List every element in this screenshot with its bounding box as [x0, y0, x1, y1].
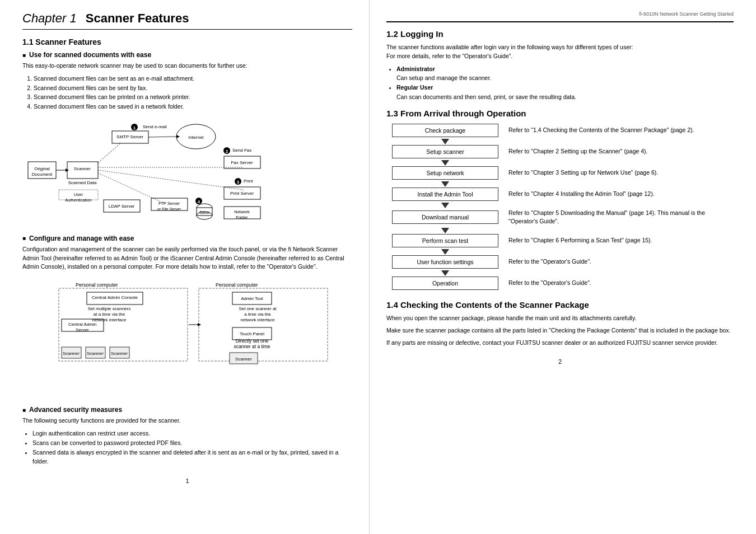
- svg-line-12: [98, 143, 120, 163]
- flow-item-row: Download manualRefer to "Chapter 5 Downl…: [392, 209, 716, 227]
- admin-desc: Can setup and manage the scanner.: [396, 74, 491, 81]
- subsection1-title: Use for scanned documents with ease: [22, 51, 352, 59]
- flow-description: Refer to "Chapter 5 Downloading the Manu…: [508, 209, 716, 227]
- svg-text:Folder: Folder: [236, 215, 248, 220]
- svg-text:Directly set one: Directly set one: [235, 338, 268, 344]
- flow-item-row: Check packageRefer to "1.4 Checking the …: [392, 124, 694, 137]
- flow-box: Setup scanner: [392, 145, 498, 158]
- svg-text:Scanner: Scanner: [235, 357, 252, 362]
- right-page-number: 2: [386, 358, 734, 365]
- chapter-label: Chapter 1: [22, 11, 77, 25]
- svg-text:network interface: network interface: [240, 317, 274, 322]
- svg-text:or File Server: or File Server: [157, 207, 181, 211]
- section-1-4-title: 1.4 Checking the Contents of the Scanner…: [386, 300, 734, 310]
- list-item: Scanned data is always encrypted in the …: [32, 448, 352, 467]
- flow-box: Perform scan test: [392, 234, 498, 247]
- svg-text:Personal computer: Personal computer: [76, 282, 118, 288]
- admin-diagram: Personal computer Central Admin Console …: [22, 277, 352, 400]
- section-1-4: 1.4 Checking the Contents of the Scanner…: [386, 300, 734, 347]
- svg-line-46: [98, 173, 165, 204]
- section-1-4-para-1: Make sure the scanner package contains a…: [386, 326, 734, 335]
- list-item: Login authentication can restrict user a…: [32, 429, 352, 438]
- svg-rect-64: [199, 288, 328, 361]
- list-item: Scanned document files can be sent as an…: [34, 74, 352, 83]
- flow-description: Refer to "Chapter 2 Setting up the Scann…: [508, 147, 648, 156]
- svg-text:Send e-mail: Send e-mail: [143, 124, 167, 129]
- section-1-3-title: 1.3 From Arrival through Operation: [386, 109, 734, 118]
- list-item: AdministratorCan setup and manage the sc…: [396, 64, 734, 83]
- subsection2-title: Configure and manage with ease: [22, 235, 352, 242]
- svg-text:LDAP Server: LDAP Server: [108, 204, 134, 209]
- left-page-number: 1: [22, 477, 352, 484]
- flow-item-row: Setup networkRefer to "Chapter 3 Setting…: [392, 166, 658, 180]
- svg-text:Send Fax: Send Fax: [232, 148, 251, 153]
- flow-description: Refer to "Chapter 4 Installing the Admin…: [508, 190, 655, 199]
- list-item: Scanned document files can be printed on…: [34, 92, 352, 102]
- chapter-title: Chapter 1 Scanner Features: [22, 11, 352, 30]
- svg-text:Set one scanner at: Set one scanner at: [239, 306, 277, 311]
- svg-text:Central Admin: Central Admin: [68, 322, 96, 327]
- svg-text:Touch Panel: Touch Panel: [239, 331, 264, 336]
- right-page-header: fi-6010N Network Scanner Getting Started: [386, 11, 734, 17]
- flowchart: Check packageRefer to "1.4 Checking the …: [392, 124, 734, 292]
- svg-text:User: User: [74, 192, 83, 197]
- svg-text:Internet: Internet: [188, 135, 204, 140]
- svg-text:1: 1: [133, 125, 136, 130]
- user-desc: Can scan documents and then send, print,…: [396, 93, 576, 100]
- svg-text:scanner at a time: scanner at a time: [234, 344, 270, 349]
- flow-arrow: [392, 270, 498, 276]
- svg-text:Print: Print: [244, 179, 253, 184]
- svg-text:Personal computer: Personal computer: [216, 282, 258, 288]
- svg-text:SMTP Server: SMTP Server: [116, 134, 143, 139]
- flow-arrow: [392, 181, 498, 187]
- top-divider: [386, 21, 734, 22]
- svg-text:FTP Server: FTP Server: [158, 201, 180, 206]
- flow-item-row: Setup scannerRefer to "Chapter 2 Setting…: [392, 145, 648, 158]
- flow-description: Refer to the "Operator's Guide".: [508, 257, 591, 266]
- list-item: Scanned document files can be sent by fa…: [34, 83, 352, 93]
- svg-text:Central Admin Console: Central Admin Console: [92, 295, 138, 300]
- chapter-title-text: Scanner Features: [86, 11, 189, 25]
- flow-box: Setup network: [392, 166, 498, 180]
- list-item: Scanned document files can be saved in a…: [34, 102, 352, 111]
- flow-arrow: [392, 228, 498, 233]
- security-list: Login authentication can restrict user a…: [32, 429, 352, 466]
- svg-text:network interface: network interface: [92, 317, 126, 322]
- svg-text:Scanner: Scanner: [63, 351, 80, 356]
- subsection2-text: Configuration and management of the scan…: [22, 245, 352, 271]
- svg-text:3: 3: [236, 180, 239, 185]
- svg-line-18: [148, 137, 176, 137]
- flow-item-row: User function settingsRefer to the "Oper…: [392, 255, 591, 269]
- section-1-2-text: The scanner functions available after lo…: [386, 43, 734, 61]
- svg-text:Scanned Data: Scanned Data: [68, 180, 96, 185]
- svg-text:Print Server: Print Server: [230, 191, 254, 196]
- flow-box: Operation: [392, 277, 498, 290]
- section-1-4-para-0: When you open the scanner package, pleas…: [386, 314, 734, 323]
- svg-text:Network: Network: [234, 209, 250, 214]
- subsection1-intro: This easy-to-operate network scanner may…: [22, 62, 352, 71]
- flow-description: Refer to "Chapter 6 Performing a Scan Te…: [508, 236, 652, 245]
- flow-item-row: Perform scan testRefer to "Chapter 6 Per…: [392, 234, 652, 247]
- svg-text:2: 2: [225, 149, 228, 154]
- svg-text:at a time via the: at a time via the: [93, 312, 125, 317]
- feature-list: Scanned document files can be sent as an…: [34, 74, 352, 111]
- svg-text:Save: Save: [199, 210, 209, 215]
- flow-description: Refer to "Chapter 3 Setting up for Netwo…: [508, 168, 658, 177]
- svg-text:Original: Original: [34, 166, 50, 171]
- section-1-1-title: 1.1 Scanner Features: [22, 38, 352, 46]
- svg-line-45: [98, 170, 244, 190]
- list-item: Regular UserCan scan documents and then …: [396, 83, 734, 102]
- svg-text:Server: Server: [76, 327, 89, 332]
- user-types-list: AdministratorCan setup and manage the sc…: [396, 64, 734, 102]
- flow-box: Install the Admin Tool: [392, 188, 498, 201]
- subsection3-title: Advanced security measures: [22, 406, 352, 414]
- right-page: fi-6010N Network Scanner Getting Started…: [370, 0, 756, 534]
- section-1-2-title: 1.2 Logging In: [386, 29, 734, 39]
- svg-text:Scanner: Scanner: [74, 166, 91, 171]
- left-page: Chapter 1 Scanner Features 1.1 Scanner F…: [0, 0, 370, 534]
- flow-arrow: [392, 249, 498, 255]
- svg-text:Set multiple scanners: Set multiple scanners: [87, 306, 130, 311]
- svg-marker-77: [198, 323, 201, 326]
- svg-text:Fax Server: Fax Server: [231, 160, 253, 165]
- subsection3-intro: The following security functions are pro…: [22, 416, 352, 425]
